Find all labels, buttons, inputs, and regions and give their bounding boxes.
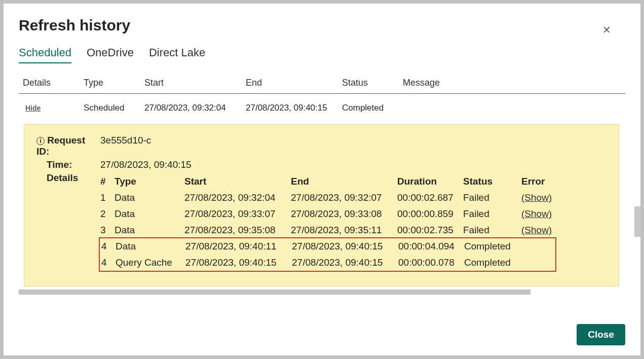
col-message: Message xyxy=(403,78,504,88)
col-end: End xyxy=(246,78,342,88)
drow-error xyxy=(522,255,563,271)
details-row: 4Data27/08/2023, 09:40:1127/08/2023, 09:… xyxy=(101,238,555,255)
details-row: 4Query Cache27/08/2023, 09:40:1527/08/20… xyxy=(101,255,555,271)
drow-status: Failed xyxy=(463,206,521,222)
drow-start: 27/08/2023, 09:40:15 xyxy=(185,255,292,271)
drow-error xyxy=(522,238,563,255)
dialog-body: ✕ Refresh history Scheduled OneDrive Dir… xyxy=(4,4,640,355)
row-start: 27/08/2023, 09:32:04 xyxy=(144,103,246,113)
drow-error: (Show) xyxy=(521,190,562,206)
tab-bar: Scheduled OneDrive Direct Lake xyxy=(19,46,625,63)
drow-end: 27/08/2023, 09:40:15 xyxy=(292,255,398,271)
drow-status: Failed xyxy=(463,222,521,238)
col-details: Details xyxy=(23,78,84,88)
history-table-header: Details Type Start End Status Message xyxy=(19,78,625,94)
toggle-details-link[interactable]: Hide xyxy=(23,104,41,112)
drow-n: 2 xyxy=(100,206,115,222)
horizontal-scrollbar[interactable] xyxy=(19,290,531,295)
drow-type: Data xyxy=(115,206,184,222)
tab-scheduled[interactable]: Scheduled xyxy=(19,46,71,63)
row-status: Completed xyxy=(342,103,403,113)
drow-n: 1 xyxy=(100,190,115,206)
dcol-n: # xyxy=(100,173,115,190)
details-row: 2Data27/08/2023, 09:33:0727/08/2023, 09:… xyxy=(100,206,609,222)
drow-duration: 00:00:02.735 xyxy=(397,222,463,238)
highlight-box: 4Data27/08/2023, 09:40:1127/08/2023, 09:… xyxy=(99,237,556,272)
dialog-frame: ✕ Refresh history Scheduled OneDrive Dir… xyxy=(0,0,644,359)
drow-duration: 00:00:00.859 xyxy=(397,206,463,222)
drow-end: 27/08/2023, 09:35:11 xyxy=(291,222,397,238)
drow-end: 27/08/2023, 09:32:07 xyxy=(291,190,397,206)
col-start: Start xyxy=(144,78,246,88)
show-error-link[interactable]: (Show) xyxy=(521,225,552,235)
col-type: Type xyxy=(84,78,144,88)
drow-type: Data xyxy=(115,190,184,206)
drow-status: Failed xyxy=(463,190,521,206)
drow-status: Completed xyxy=(464,255,522,271)
dcol-status: Status xyxy=(463,173,521,190)
details-row: 1Data27/08/2023, 09:32:0427/08/2023, 09:… xyxy=(100,190,609,206)
drow-start: 27/08/2023, 09:35:08 xyxy=(184,222,291,238)
dialog-title: Refresh history xyxy=(19,17,625,34)
drow-type: Data xyxy=(115,222,184,238)
drow-end: 27/08/2023, 09:40:15 xyxy=(292,238,398,255)
drow-n: 4 xyxy=(101,255,116,271)
drow-start: 27/08/2023, 09:40:11 xyxy=(185,238,292,255)
drow-duration: 00:00:02.687 xyxy=(397,190,463,206)
tab-onedrive[interactable]: OneDrive xyxy=(87,46,134,63)
dcol-start: Start xyxy=(184,173,291,190)
drow-status: Completed xyxy=(464,238,522,255)
tab-direct-lake[interactable]: Direct Lake xyxy=(149,46,205,63)
col-status: Status xyxy=(342,78,403,88)
drow-duration: 00:00:04.094 xyxy=(398,238,464,255)
drow-end: 27/08/2023, 09:33:08 xyxy=(291,206,397,222)
drow-start: 27/08/2023, 09:33:07 xyxy=(184,206,291,222)
dcol-error: Error xyxy=(521,173,562,190)
dcol-type: Type xyxy=(115,173,184,190)
request-id-label: i Request ID: xyxy=(34,135,100,157)
row-end: 27/08/2023, 09:40:15 xyxy=(246,103,342,113)
info-icon: i xyxy=(36,137,45,145)
close-button[interactable]: Close xyxy=(577,324,625,345)
drow-type: Query Cache xyxy=(116,255,185,271)
time-label: Time: xyxy=(34,159,100,170)
details-table: # Type Start End Duration Status Error 1… xyxy=(100,173,609,272)
show-error-link[interactable]: (Show) xyxy=(521,208,552,219)
request-id-value: 3e555d10-c xyxy=(100,135,609,157)
detail-panel: i Request ID: 3e555d10-c Time: 27/08/202… xyxy=(24,124,619,286)
drow-type: Data xyxy=(116,238,185,255)
details-table-header: # Type Start End Duration Status Error xyxy=(100,173,609,190)
dcol-duration: Duration xyxy=(397,173,463,190)
table-row: Hide Scheduled 27/08/2023, 09:32:04 27/0… xyxy=(19,94,625,118)
drow-n: 3 xyxy=(100,222,115,238)
details-row: 3Data27/08/2023, 09:35:0827/08/2023, 09:… xyxy=(100,222,609,238)
drow-n: 4 xyxy=(101,238,116,255)
row-type: Scheduled xyxy=(84,103,144,113)
show-error-link[interactable]: (Show) xyxy=(521,192,552,203)
drow-start: 27/08/2023, 09:32:04 xyxy=(184,190,291,206)
drow-error: (Show) xyxy=(521,222,562,238)
drow-error: (Show) xyxy=(521,206,562,222)
vertical-scrollbar[interactable] xyxy=(634,206,640,237)
dcol-end: End xyxy=(291,173,397,190)
close-icon[interactable]: ✕ xyxy=(602,25,611,35)
drow-duration: 00:00:00.078 xyxy=(398,255,464,271)
time-value: 27/08/2023, 09:40:15 xyxy=(100,159,609,170)
details-label: Details xyxy=(34,172,100,184)
